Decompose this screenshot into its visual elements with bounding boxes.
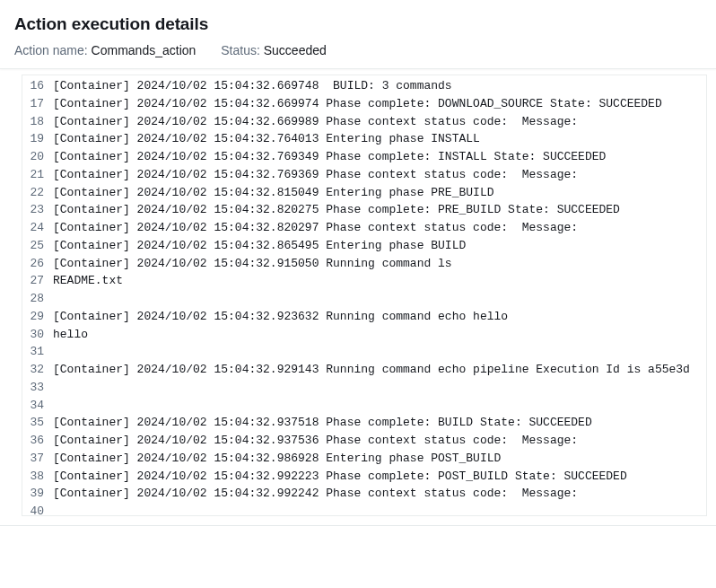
log-line: 37[Container] 2024/10/02 15:04:32.986928…	[24, 450, 706, 468]
log-line: 21[Container] 2024/10/02 15:04:32.769369…	[24, 166, 706, 184]
line-text: [Container] 2024/10/02 15:04:32.937518 P…	[53, 414, 592, 432]
line-text: hello	[53, 326, 88, 344]
line-number: 21	[24, 166, 53, 184]
line-text: [Container] 2024/10/02 15:04:32.820297 P…	[53, 219, 585, 237]
line-text: README.txt	[53, 272, 123, 290]
log-line: 32[Container] 2024/10/02 15:04:32.929143…	[24, 361, 706, 379]
line-text: [Container] 2024/10/02 15:04:32.923632 R…	[53, 308, 508, 326]
line-text: [Container] 2024/10/02 15:04:32.669748 B…	[53, 77, 452, 95]
line-text: [Container] 2024/10/02 15:04:32.992242 P…	[53, 485, 585, 503]
header-divider	[0, 68, 716, 69]
line-number: 33	[24, 379, 53, 397]
line-number: 28	[24, 290, 53, 308]
log-line: 39[Container] 2024/10/02 15:04:32.992242…	[24, 485, 706, 503]
line-number: 40	[24, 503, 53, 515]
line-number: 22	[24, 184, 53, 202]
log-line: 24[Container] 2024/10/02 15:04:32.820297…	[24, 219, 706, 237]
log-scroll-area[interactable]: 16[Container] 2024/10/02 15:04:32.669748…	[22, 75, 706, 515]
line-text: [Container] 2024/10/02 15:04:32.865495 E…	[53, 237, 466, 255]
line-text: [Container] 2024/10/02 15:04:32.929143 R…	[53, 361, 690, 379]
log-line: 28	[24, 290, 706, 308]
line-number: 36	[24, 432, 53, 450]
log-container: 16[Container] 2024/10/02 15:04:32.669748…	[22, 75, 707, 516]
log-line: 16[Container] 2024/10/02 15:04:32.669748…	[24, 77, 706, 95]
action-name-label: Action name:	[14, 43, 88, 57]
line-text	[53, 503, 60, 515]
log-line: 30hello	[24, 326, 706, 344]
action-execution-dialog: Action execution details Action name: Co…	[0, 0, 716, 57]
line-number: 20	[24, 148, 53, 166]
line-number: 34	[24, 397, 53, 415]
line-text: [Container] 2024/10/02 15:04:32.764013 E…	[53, 130, 480, 148]
log-line: 23[Container] 2024/10/02 15:04:32.820275…	[24, 201, 706, 219]
line-text: [Container] 2024/10/02 15:04:32.937536 P…	[53, 432, 585, 450]
line-text: [Container] 2024/10/02 15:04:32.820275 P…	[53, 201, 620, 219]
line-number: 31	[24, 343, 53, 361]
line-number: 24	[24, 219, 53, 237]
line-text: [Container] 2024/10/02 15:04:32.769369 P…	[53, 166, 585, 184]
line-text: [Container] 2024/10/02 15:04:32.669989 P…	[53, 113, 585, 131]
line-text	[53, 343, 60, 361]
line-number: 23	[24, 201, 53, 219]
action-name-value: Commands_action	[92, 43, 196, 57]
line-number: 25	[24, 237, 53, 255]
log-line: 19[Container] 2024/10/02 15:04:32.764013…	[24, 130, 706, 148]
log-line: 27README.txt	[24, 272, 706, 290]
line-text	[53, 397, 60, 415]
log-line: 40	[24, 503, 706, 515]
line-text: [Container] 2024/10/02 15:04:32.992223 P…	[53, 468, 627, 486]
line-number: 29	[24, 308, 53, 326]
log-output: 16[Container] 2024/10/02 15:04:32.669748…	[22, 75, 706, 515]
log-line: 25[Container] 2024/10/02 15:04:32.865495…	[24, 237, 706, 255]
line-number: 27	[24, 272, 53, 290]
log-line: 26[Container] 2024/10/02 15:04:32.915050…	[24, 255, 706, 273]
line-text: [Container] 2024/10/02 15:04:32.769349 P…	[53, 148, 606, 166]
line-text: [Container] 2024/10/02 15:04:32.986928 E…	[53, 450, 501, 468]
line-text	[53, 379, 60, 397]
dialog-title: Action execution details	[14, 14, 716, 34]
line-number: 17	[24, 95, 53, 113]
bottom-divider	[0, 525, 716, 526]
log-line: 38[Container] 2024/10/02 15:04:32.992223…	[24, 468, 706, 486]
status-label: Status:	[221, 43, 260, 57]
line-number: 35	[24, 414, 53, 432]
line-text	[53, 290, 60, 308]
log-line: 29[Container] 2024/10/02 15:04:32.923632…	[24, 308, 706, 326]
log-line: 31	[24, 343, 706, 361]
log-line: 34	[24, 397, 706, 415]
line-text: [Container] 2024/10/02 15:04:32.915050 R…	[53, 255, 452, 273]
line-number: 30	[24, 326, 53, 344]
status-value: Succeeded	[264, 43, 327, 57]
log-line: 36[Container] 2024/10/02 15:04:32.937536…	[24, 432, 706, 450]
log-line: 35[Container] 2024/10/02 15:04:32.937518…	[24, 414, 706, 432]
line-text: [Container] 2024/10/02 15:04:32.669974 P…	[53, 95, 662, 113]
line-text: [Container] 2024/10/02 15:04:32.815049 E…	[53, 184, 493, 202]
log-line: 17[Container] 2024/10/02 15:04:32.669974…	[24, 95, 706, 113]
line-number: 39	[24, 485, 53, 503]
line-number: 16	[24, 77, 53, 95]
log-line: 18[Container] 2024/10/02 15:04:32.669989…	[24, 113, 706, 131]
line-number: 37	[24, 450, 53, 468]
line-number: 32	[24, 361, 53, 379]
log-line: 33	[24, 379, 706, 397]
log-line: 20[Container] 2024/10/02 15:04:32.769349…	[24, 148, 706, 166]
line-number: 38	[24, 468, 53, 486]
log-line: 22[Container] 2024/10/02 15:04:32.815049…	[24, 184, 706, 202]
dialog-meta: Action name: Commands_action Status: Suc…	[14, 43, 716, 57]
line-number: 18	[24, 113, 53, 131]
line-number: 19	[24, 130, 53, 148]
line-number: 26	[24, 255, 53, 273]
